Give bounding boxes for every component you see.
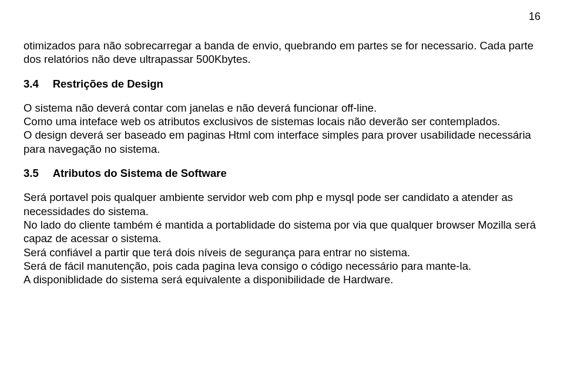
heading-title: Restrições de Design (53, 78, 163, 90)
body-paragraph: otimizados para não sobrecarregar a band… (24, 39, 540, 66)
body-line: Será de fácil manutenção, pois cada pagi… (24, 259, 540, 273)
body-line: Será confiável a partir que terá dois ní… (24, 246, 540, 259)
body-line: Será portavel pois qualquer ambiente ser… (24, 190, 540, 218)
document-page: 16 otimizados para não sobrecarregar a b… (0, 0, 564, 392)
body-paragraph: O sistema não deverá contar com janelas … (24, 101, 540, 115)
section-heading-3-5: 3.5Atributos do Sistema de Software (24, 166, 540, 180)
body-paragraph: O design deverá ser baseado em paginas H… (24, 128, 540, 156)
heading-number: 3.5 (24, 166, 39, 180)
body-line: No lado do cliente também é mantida a po… (24, 218, 540, 246)
section-heading-3-4: 3.4Restrições de Design (24, 77, 540, 91)
body-paragraph-block: Será portavel pois qualquer ambiente ser… (24, 190, 540, 286)
page-content: otimizados para não sobrecarregar a band… (24, 39, 540, 286)
body-paragraph: Como uma inteface web os atributos exclu… (24, 115, 540, 128)
heading-title: Atributos do Sistema de Software (53, 167, 227, 179)
page-number: 16 (529, 11, 540, 23)
heading-number: 3.4 (24, 77, 39, 91)
body-line: A disponiblidade do sistema será equival… (24, 273, 540, 286)
